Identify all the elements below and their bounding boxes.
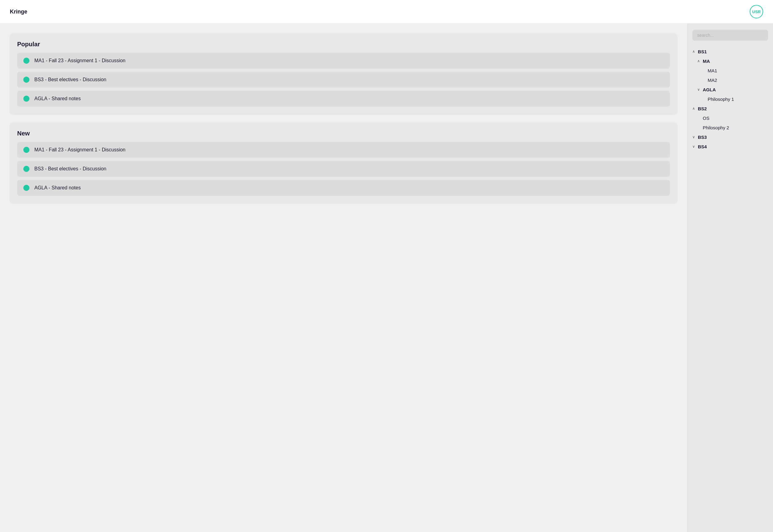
tree-node-ma: ∧ MA MA1 MA2 — [697, 56, 768, 85]
tree-leaf-ma1[interactable]: MA1 — [702, 66, 768, 75]
item-label: MA1 - Fall 23 - Assignment 1 - Discussio… — [34, 147, 125, 153]
new-section: New MA1 - Fall 23 - Assignment 1 - Discu… — [10, 123, 677, 203]
chevron-up-icon: ∧ — [692, 48, 697, 55]
tree-item-bs1[interactable]: ∧ BS1 — [692, 47, 768, 56]
tree-item-ma[interactable]: ∧ MA — [697, 56, 768, 66]
tree-item-agla[interactable]: ∨ AGLA — [697, 85, 768, 94]
tree-label-bs2: BS2 — [698, 105, 707, 113]
tree-label-bs4: BS4 — [698, 143, 707, 151]
tree-node-bs4: ∨ BS4 — [692, 142, 768, 151]
tree-children-bs1: ∧ MA MA1 MA2 ∨ AGLA — [692, 56, 768, 104]
item-label: AGLA - Shared notes — [34, 185, 81, 191]
tree-label-agla: AGLA — [703, 85, 716, 94]
chevron-down-icon: ∨ — [692, 143, 697, 150]
chevron-down-icon: ∨ — [692, 134, 697, 141]
list-item[interactable]: MA1 - Fall 23 - Assignment 1 - Discussio… — [17, 53, 670, 69]
dot-icon — [23, 58, 29, 64]
tree-leaf-ma2[interactable]: MA2 — [702, 75, 768, 85]
tree-node-bs2: ∧ BS2 OS Philosophy 2 — [692, 104, 768, 132]
tree: ∧ BS1 ∧ MA MA1 MA2 — [692, 47, 768, 151]
tree-label-bs1: BS1 — [698, 47, 707, 56]
new-title: New — [17, 130, 670, 137]
tree-sub-children-agla: Philosophy 1 — [697, 94, 768, 104]
tree-label-ma: MA — [703, 57, 710, 65]
item-label: BS3 - Best electives - Discussion — [34, 166, 106, 172]
list-item[interactable]: AGLA - Shared notes — [17, 180, 670, 196]
user-avatar[interactable]: USR — [750, 5, 763, 18]
dot-icon — [23, 166, 29, 172]
tree-item-bs4[interactable]: ∨ BS4 — [692, 142, 768, 151]
list-item[interactable]: AGLA - Shared notes — [17, 91, 670, 107]
dot-icon — [23, 96, 29, 102]
tree-leaf-philosophy1[interactable]: Philosophy 1 — [702, 94, 768, 104]
tree-label-bs3: BS3 — [698, 133, 707, 141]
content-area: Popular MA1 - Fall 23 - Assignment 1 - D… — [0, 24, 687, 532]
popular-section: Popular MA1 - Fall 23 - Assignment 1 - D… — [10, 33, 677, 114]
app-title: Kringe — [10, 9, 27, 15]
dot-icon — [23, 77, 29, 83]
tree-leaf-philosophy2[interactable]: Philosophy 2 — [697, 123, 768, 132]
list-item[interactable]: MA1 - Fall 23 - Assignment 1 - Discussio… — [17, 142, 670, 158]
list-item[interactable]: BS3 - Best electives - Discussion — [17, 72, 670, 88]
header: Kringe USR — [0, 0, 773, 24]
chevron-up-icon: ∧ — [692, 105, 697, 112]
tree-children-bs2: OS Philosophy 2 — [692, 113, 768, 132]
dot-icon — [23, 147, 29, 153]
tree-item-bs2[interactable]: ∧ BS2 — [692, 104, 768, 113]
tree-item-bs3[interactable]: ∨ BS3 — [692, 132, 768, 142]
tree-leaf-os[interactable]: OS — [697, 113, 768, 123]
item-label: MA1 - Fall 23 - Assignment 1 - Discussio… — [34, 58, 125, 63]
list-item[interactable]: BS3 - Best electives - Discussion — [17, 161, 670, 177]
main-layout: Popular MA1 - Fall 23 - Assignment 1 - D… — [0, 24, 773, 532]
tree-node-bs1: ∧ BS1 ∧ MA MA1 MA2 — [692, 47, 768, 104]
chevron-up-icon: ∧ — [697, 58, 702, 65]
tree-node-bs3: ∨ BS3 — [692, 132, 768, 142]
chevron-down-icon: ∨ — [697, 86, 702, 93]
tree-sub-children-ma: MA1 MA2 — [697, 66, 768, 85]
item-label: AGLA - Shared notes — [34, 96, 81, 101]
item-label: BS3 - Best electives - Discussion — [34, 77, 106, 82]
popular-title: Popular — [17, 41, 670, 48]
sidebar: ∧ BS1 ∧ MA MA1 MA2 — [687, 24, 773, 532]
search-input[interactable] — [692, 30, 768, 41]
tree-node-agla: ∨ AGLA Philosophy 1 — [697, 85, 768, 104]
dot-icon — [23, 185, 29, 191]
